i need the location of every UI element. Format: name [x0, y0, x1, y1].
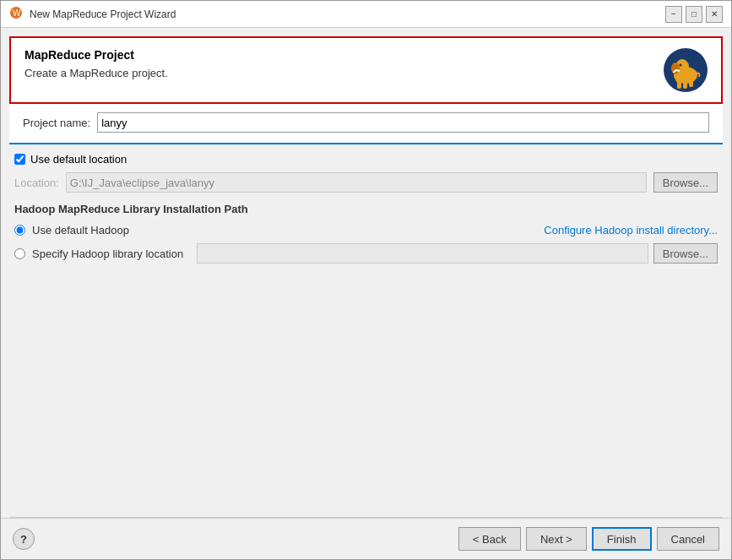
specify-hadoop-input[interactable]: [197, 243, 648, 264]
project-title: MapReduce Project: [24, 48, 168, 62]
location-label: Location:: [14, 177, 59, 189]
configure-hadoop-link[interactable]: Configure Hadoop install directory...: [544, 224, 718, 237]
dialog: W New MapReduce Project Wizard − □ ✕ Map…: [0, 0, 732, 560]
form-section: Project name:: [9, 104, 723, 144]
hadoop-radio-group: Use default Hadoop Configure Hadoop inst…: [14, 224, 718, 264]
button-bar: ? < Back Next > Finish Cancel: [1, 518, 731, 559]
svg-rect-9: [689, 80, 693, 87]
project-description: Create a MapReduce project.: [24, 67, 168, 79]
svg-rect-7: [677, 82, 681, 89]
use-default-location-checkbox[interactable]: [14, 154, 25, 165]
use-default-location-label: Use default location: [30, 153, 127, 166]
help-button[interactable]: ?: [13, 528, 35, 550]
next-button[interactable]: Next >: [526, 527, 587, 551]
minimize-button[interactable]: −: [665, 6, 682, 23]
svg-rect-8: [683, 82, 687, 89]
svg-point-6: [680, 64, 682, 67]
dialog-content: MapReduce Project Create a MapReduce pro…: [1, 28, 731, 559]
back-button[interactable]: < Back: [458, 527, 521, 551]
header-text: MapReduce Project Create a MapReduce pro…: [24, 48, 168, 79]
title-bar: W New MapReduce Project Wizard − □ ✕: [1, 1, 731, 28]
location-browse-button[interactable]: Browse...: [653, 172, 718, 193]
use-default-location-row: Use default location: [14, 153, 718, 166]
title-bar-text: New MapReduce Project Wizard: [30, 8, 659, 20]
project-name-row: Project name:: [23, 112, 709, 133]
cancel-button[interactable]: Cancel: [657, 527, 719, 551]
header-section: MapReduce Project Create a MapReduce pro…: [9, 36, 723, 104]
use-default-hadoop-row: Use default Hadoop Configure Hadoop inst…: [14, 224, 718, 237]
use-default-hadoop-radio[interactable]: [14, 225, 25, 236]
project-name-label: Project name:: [23, 117, 90, 129]
close-button[interactable]: ✕: [706, 6, 723, 23]
location-input[interactable]: [66, 172, 647, 193]
maximize-button[interactable]: □: [686, 6, 702, 23]
hadoop-logo: [664, 48, 708, 92]
options-section: Use default location Location: Browse...…: [1, 144, 731, 272]
svg-text:W: W: [13, 8, 21, 18]
specify-hadoop-label: Specify Hadoop library location: [32, 247, 183, 260]
wizard-icon: W: [9, 6, 23, 22]
use-default-hadoop-label: Use default Hadoop: [32, 224, 129, 237]
location-row: Location: Browse...: [14, 172, 718, 193]
specify-hadoop-row: Specify Hadoop library location Browse..…: [14, 243, 718, 264]
title-bar-controls: − □ ✕: [665, 6, 723, 23]
hadoop-section-title: Hadoop MapReduce Library Installation Pa…: [14, 203, 718, 215]
spacer: [1, 272, 731, 517]
finish-button[interactable]: Finish: [592, 527, 652, 551]
configure-link-container: Configure Hadoop install directory...: [544, 224, 718, 237]
specify-hadoop-radio[interactable]: [14, 248, 25, 259]
project-name-input[interactable]: [97, 112, 709, 133]
specify-browse-button[interactable]: Browse...: [653, 243, 718, 264]
